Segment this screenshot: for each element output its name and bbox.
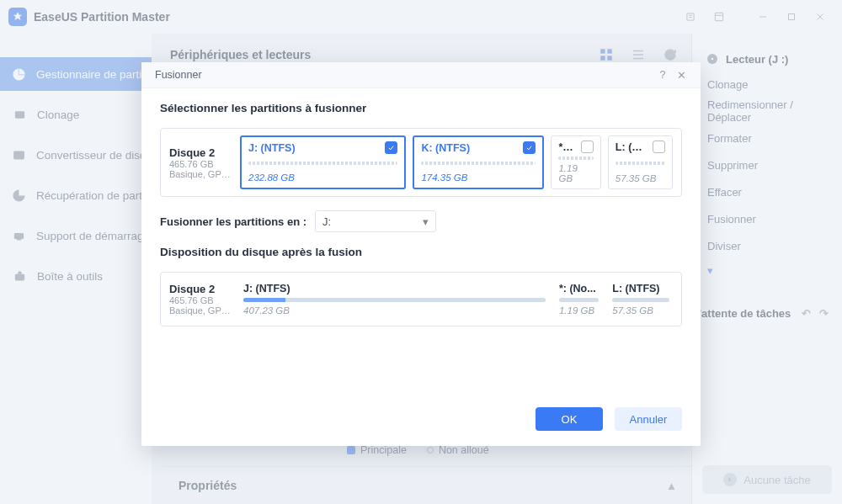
dialog-title: Fusionner — [155, 69, 202, 81]
disk-before-row: Disque 2 465.76 GB Basique, GPT, ... J: … — [160, 128, 682, 197]
partition-label: *: (... — [558, 141, 575, 153]
disk-size: 465.76 GB — [169, 159, 232, 169]
chevron-down-icon: ▾ — [423, 215, 429, 228]
partition-cell: *: (No...1.19 GB — [556, 279, 602, 319]
cancel-button[interactable]: Annuler — [615, 407, 682, 431]
partition-label: J: (NTFS) — [248, 142, 296, 154]
disk-name: Disque 2 — [169, 146, 232, 159]
partition-checkbox[interactable] — [385, 141, 397, 154]
merge-target-select[interactable]: J: ▾ — [315, 210, 436, 232]
merge-dialog: Fusionner ? ✕ Sélectionner les partition… — [141, 62, 701, 446]
partition-usage-bar — [243, 298, 546, 302]
partition-size: 407.23 GB — [243, 305, 546, 316]
partition-usage-bar — [248, 162, 397, 165]
partition-size: 57.35 GB — [612, 305, 669, 316]
partition-label: J: (NTFS) — [243, 283, 290, 294]
partition-cell: L: (NTFS)57.35 GB — [609, 279, 673, 319]
disk-type: Basique, GPT, ... — [169, 305, 232, 316]
partition-usage-bar — [421, 162, 536, 165]
partition-usage-bar — [612, 298, 669, 302]
select-partitions-title: Sélectionner les partitions à fusionner — [160, 102, 682, 114]
partition-label: *: (No... — [559, 283, 596, 294]
help-icon[interactable]: ? — [653, 66, 672, 84]
partition-checkbox[interactable] — [581, 141, 594, 153]
partition-label: L: (NTFS) — [616, 141, 647, 153]
partition-cell[interactable]: *: (...1.19 GB — [551, 135, 600, 189]
after-merge-title: Disposition du disque après la fusion — [160, 246, 682, 258]
partition-checkbox[interactable] — [653, 141, 665, 153]
partition-cell[interactable]: J: (NTFS)232.88 GB — [240, 135, 406, 189]
disk-type: Basique, GPT, ... — [169, 169, 232, 179]
merge-into-label: Fusionner les partitions en : — [160, 215, 306, 228]
partition-usage-bar — [616, 162, 665, 165]
close-icon[interactable]: ✕ — [672, 66, 690, 84]
partition-size: 57.35 GB — [616, 173, 665, 183]
partition-cell[interactable]: L: (NTFS)57.35 GB — [608, 135, 673, 189]
disk-size: 465.76 GB — [169, 295, 232, 305]
partition-usage-bar — [558, 157, 593, 160]
partition-cell[interactable]: K: (NTFS)174.35 GB — [413, 135, 544, 189]
partition-label: L: (NTFS) — [612, 283, 659, 294]
ok-button[interactable]: OK — [536, 407, 603, 431]
disk-name: Disque 2 — [169, 283, 232, 295]
partition-checkbox[interactable] — [523, 141, 536, 154]
partition-size: 232.88 GB — [248, 172, 397, 183]
partition-cell: J: (NTFS)407.23 GB — [240, 279, 549, 319]
partition-usage-bar — [559, 298, 599, 302]
partition-size: 1.19 GB — [558, 163, 593, 183]
disk-after-row: Disque 2 465.76 GB Basique, GPT, ... J: … — [160, 272, 682, 326]
partition-size: 174.35 GB — [421, 172, 536, 183]
partition-size: 1.19 GB — [559, 305, 599, 316]
partition-label: K: (NTFS) — [421, 142, 470, 154]
